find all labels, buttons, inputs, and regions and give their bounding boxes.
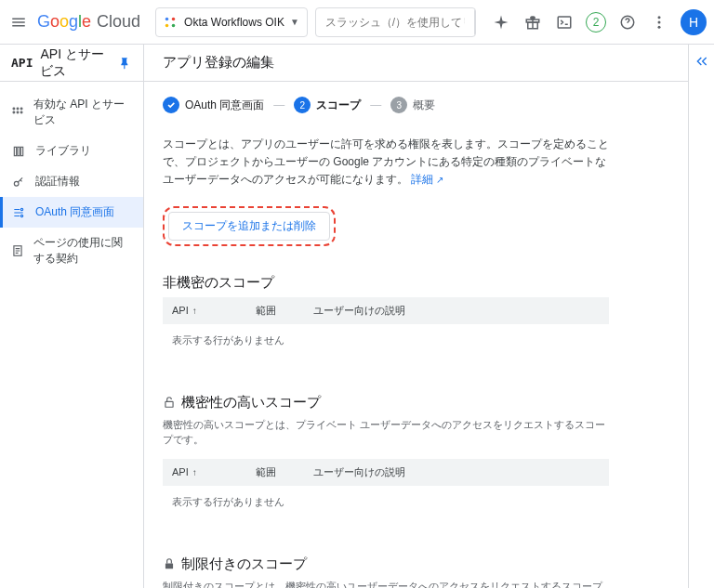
key-icon — [11, 175, 26, 189]
search-box: 検索 — [315, 7, 476, 37]
sort-asc-icon: ↑ — [192, 467, 197, 477]
stepper: OAuth 同意画面 — 2 スコープ — 3 概要 — [163, 97, 609, 113]
sidebar: API API とサービス 有効な API とサービス ライブラリ 認証情報 O… — [0, 45, 144, 588]
google-cloud-logo[interactable]: Google Cloud — [37, 12, 140, 32]
section-desc: 制限付きのスコープとは、機密性の高いユーザーデータへのアクセスをリクエストするス… — [163, 579, 609, 588]
search-input[interactable] — [316, 16, 474, 29]
svg-point-3 — [172, 23, 176, 27]
top-header: Google Cloud Okta Workflows OIK ▼ 検索 2 H — [0, 0, 714, 45]
page-title: アプリ登録の編集 — [144, 45, 688, 82]
agreement-icon — [11, 243, 24, 258]
section-title: 非機密のスコープ — [163, 274, 609, 292]
svg-point-21 — [20, 208, 22, 210]
project-picker[interactable]: Okta Workflows OIK ▼ — [155, 7, 308, 37]
svg-point-11 — [13, 108, 15, 110]
svg-rect-17 — [14, 147, 16, 155]
collapse-panel-icon[interactable] — [694, 54, 709, 588]
main-content: アプリ登録の編集 OAuth 同意画面 — 2 スコープ — 3 概要 — [144, 45, 688, 588]
col-scope[interactable]: 範囲 — [256, 304, 276, 318]
svg-point-8 — [658, 16, 661, 19]
step-consent[interactable]: OAuth 同意画面 — [163, 97, 264, 113]
col-api[interactable]: API↑ — [172, 465, 218, 479]
svg-rect-6 — [558, 17, 571, 28]
pin-icon[interactable] — [119, 57, 132, 70]
svg-point-2 — [165, 23, 169, 27]
svg-point-22 — [20, 215, 22, 216]
api-logo-icon: API — [11, 56, 33, 70]
svg-point-16 — [20, 111, 22, 113]
caret-down-icon: ▼ — [290, 17, 299, 27]
svg-rect-18 — [18, 147, 20, 155]
svg-point-12 — [17, 108, 19, 110]
header-utilities: 2 H — [491, 9, 707, 35]
svg-rect-19 — [20, 147, 22, 155]
dashboard-icon — [11, 105, 24, 120]
help-icon[interactable] — [617, 12, 638, 33]
sidebar-item-enabled-apis[interactable]: 有効な API とサービス — [0, 89, 143, 136]
sidebar-item-oauth-consent[interactable]: OAuth 同意画面 — [0, 197, 143, 228]
step-separator: — — [273, 98, 284, 111]
cloud-shell-icon[interactable] — [554, 12, 575, 33]
svg-point-13 — [20, 108, 22, 110]
col-scope[interactable]: 範囲 — [256, 465, 276, 479]
svg-rect-25 — [165, 563, 173, 568]
restricted-scopes-section: 制限付きのスコープ 制限付きのスコープとは、機密性の高いユーザーデータへのアクセ… — [163, 555, 609, 588]
section-title: 機密性の高いスコープ — [163, 394, 609, 412]
sidebar-product-title[interactable]: API API とサービス — [0, 45, 143, 82]
right-rail — [688, 45, 714, 588]
svg-point-0 — [165, 17, 169, 20]
check-icon — [163, 97, 179, 113]
col-description[interactable]: ユーザー向けの説明 — [313, 465, 405, 479]
add-remove-scopes-button[interactable]: スコープを追加または削除 — [168, 212, 330, 241]
gift-icon[interactable] — [522, 12, 543, 33]
project-icon — [164, 15, 178, 30]
account-avatar[interactable]: H — [681, 9, 707, 35]
consent-icon — [11, 205, 26, 220]
project-name: Okta Workflows OIK — [184, 16, 284, 29]
non-sensitive-scopes-section: 非機密のスコープ API↑ 範囲 ユーザー向けの説明 表示する行がありません — [163, 274, 609, 357]
library-icon — [11, 144, 26, 159]
learn-more-link[interactable]: 詳細 ↗ — [411, 173, 443, 186]
col-api[interactable]: API↑ — [172, 304, 218, 318]
gemini-icon[interactable] — [491, 12, 511, 33]
svg-point-1 — [172, 17, 176, 20]
hamburger-menu-icon[interactable] — [7, 11, 30, 33]
sidebar-item-library[interactable]: ライブラリ — [0, 136, 143, 166]
external-link-icon: ↗ — [433, 175, 443, 185]
section-title: 制限付きのスコープ — [163, 555, 609, 573]
notifications-badge[interactable]: 2 — [586, 12, 606, 33]
table-empty-text: 表示する行がありません — [163, 324, 609, 357]
step-summary[interactable]: 3 概要 — [390, 97, 435, 113]
svg-point-15 — [17, 111, 19, 113]
step-scopes[interactable]: 2 スコープ — [294, 97, 361, 113]
table-header: API↑ 範囲 ユーザー向けの説明 — [163, 459, 609, 486]
sensitive-scopes-section: 機密性の高いスコープ 機密性の高いスコープとは、プライベート ユーザーデータへの… — [163, 394, 609, 518]
sidebar-item-credentials[interactable]: 認証情報 — [0, 166, 143, 197]
lock-open-icon — [163, 396, 176, 409]
more-icon[interactable] — [649, 12, 669, 33]
svg-rect-24 — [165, 401, 173, 407]
svg-point-9 — [658, 20, 661, 23]
intro-text: スコープとは、アプリのユーザーに許可を求める権限を表します。スコープを定めること… — [163, 136, 609, 189]
table-empty-text: 表示する行がありません — [163, 486, 609, 518]
col-description[interactable]: ユーザー向けの説明 — [313, 304, 405, 318]
svg-point-10 — [658, 25, 661, 28]
table-header: API↑ 範囲 ユーザー向けの説明 — [163, 297, 609, 324]
lock-icon — [163, 557, 176, 570]
svg-point-14 — [13, 111, 15, 113]
sidebar-item-page-usage[interactable]: ページの使用に関する契約 — [0, 228, 143, 274]
step-separator: — — [370, 98, 381, 111]
search-button[interactable]: 検索 — [474, 8, 476, 36]
section-desc: 機密性の高いスコープとは、プライベート ユーザーデータへのアクセスをリクエストす… — [163, 417, 609, 448]
sort-asc-icon: ↑ — [192, 306, 197, 316]
